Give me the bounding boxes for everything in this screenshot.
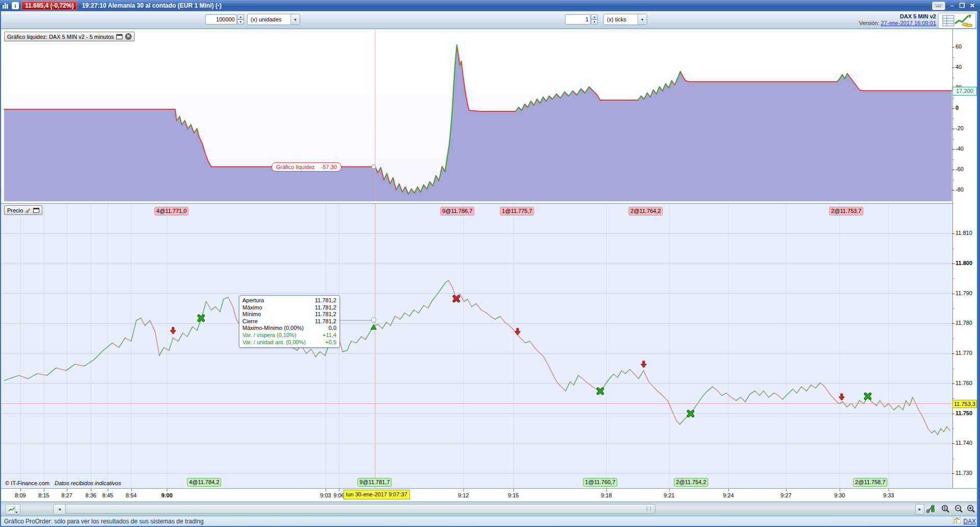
ticks-unit-value: (x) ticks — [607, 16, 626, 22]
market-chart-icon[interactable] — [953, 517, 961, 525]
time-tick — [889, 489, 889, 491]
axis-tick-label: 60 — [955, 43, 962, 50]
chevron-down-icon[interactable]: ▼ — [638, 14, 647, 25]
time-label: 9:06 — [333, 492, 344, 498]
window-icon[interactable] — [33, 208, 39, 213]
axis-tick-label: -40 — [955, 146, 964, 152]
time-tick — [606, 489, 607, 491]
time-label: 9:00 — [161, 492, 173, 498]
sell-order-label: 2@11.764,2 — [628, 207, 663, 215]
price-cursor-value: 11.753,3 — [952, 400, 977, 408]
trade-marker-arrow-down-red — [641, 361, 647, 368]
close-button[interactable]: ✕ — [969, 2, 976, 9]
axis-minor-tick — [952, 78, 954, 78]
trading-systems-icon[interactable] — [938, 13, 976, 29]
price-tooltip: Apertura11.781,2Máximo11.781,2Mínimo11.7… — [239, 295, 340, 348]
time-tick — [786, 489, 787, 491]
market-link[interactable]: DAX — [963, 518, 976, 525]
trade-marker-cross-green — [199, 316, 204, 321]
price-chart-header: Precio — [4, 205, 42, 215]
window-border-left — [0, 11, 1, 526]
tooltip-row-label: Máximo-Mínimo (0,00%) — [242, 325, 304, 332]
scroll-right-button[interactable]: ► — [915, 504, 924, 515]
window-icon[interactable] — [116, 34, 122, 39]
zoom-drag-icon[interactable] — [939, 504, 951, 515]
axis-minor-tick — [952, 98, 954, 99]
ticks-input[interactable] — [565, 14, 591, 25]
sell-order-label: 9@11.786,7 — [440, 207, 474, 215]
tooltip-row-value: 11.781,2 — [315, 318, 336, 325]
axis-tick-label: -60 — [955, 166, 964, 172]
axis-minor-tick — [952, 308, 954, 309]
time-label: 9:24 — [723, 492, 733, 498]
time-tick — [108, 489, 108, 491]
time-tick — [67, 489, 67, 491]
wrench-icon[interactable] — [26, 208, 31, 213]
window-title: 19:27:10 Alemania 30 al contado (EUR 1 M… — [82, 2, 222, 9]
time-axis[interactable]: lun 30-ene-2017 9:07:37 8:098:158:278:36… — [0, 488, 977, 501]
sell-order-label: 1@11.775,7 — [500, 207, 534, 215]
price-chart-title: Precio — [7, 207, 23, 213]
zoom-out-icon[interactable] — [952, 504, 965, 515]
quantity-unit-value: (x) unidades — [251, 16, 282, 22]
version-date-link[interactable]: 27-ene-2017 16:09:01 — [881, 20, 936, 26]
tooltip-row: Mínimo11.781,2 — [242, 311, 336, 318]
scroll-left-button[interactable]: ◄ — [53, 504, 66, 515]
window-controls: – ❐ ✕ — [932, 2, 978, 10]
chart-settings-icon[interactable] — [925, 504, 937, 515]
time-label: 9:30 — [834, 492, 845, 498]
quantity-input[interactable] — [205, 14, 237, 25]
system-name: DAX 5 MIN v2 — [859, 13, 936, 20]
time-label: 9:21 — [664, 492, 674, 498]
buy-order-label: 4@11.784,2 — [187, 478, 221, 487]
chevron-down-icon[interactable]: ▼ — [290, 14, 300, 25]
axis-minor-tick — [952, 398, 954, 399]
time-tick — [91, 489, 91, 491]
liquidity-cursor-value: -57,30 — [321, 164, 337, 170]
tooltip-row-label: Var. / víspera (0,10%) — [242, 332, 297, 339]
tooltip-row-value: +0,5 — [325, 339, 336, 346]
minimize-button[interactable]: – — [948, 2, 955, 9]
time-label: 9:27 — [780, 492, 791, 498]
axis-tick-label: 0 — [955, 105, 959, 111]
ticks-stepper[interactable]: ▲▼ — [591, 14, 598, 25]
chart-edit-icon[interactable] — [5, 504, 20, 515]
axis-tick-label: 11.760 — [955, 380, 972, 386]
buy-order-label: 2@11.754,2 — [674, 478, 708, 487]
chart-scrollbar-row: ◄ ► — [0, 501, 977, 516]
trade-marker-cross-green — [598, 389, 603, 394]
close-icon[interactable]: ✕ — [125, 33, 132, 40]
info-icon[interactable]: i — [12, 2, 19, 9]
time-tick — [167, 489, 167, 491]
axis-tick-label: 11.810 — [955, 230, 972, 236]
tooltip-row: Var. / unidad ant. (0,00%)+0,5 — [242, 339, 336, 346]
axis-minor-tick — [952, 339, 954, 339]
liquidity-cursor-label: Gráfico liquidez -57,30 — [272, 162, 341, 172]
tooltip-row-label: Mínimo — [242, 311, 261, 318]
axis-minor-tick — [952, 159, 954, 160]
tooltip-row-label: Var. / unidad ant. (0,00%) — [242, 339, 306, 346]
chart-toolbar: ▲▼ (x) unidades ▼ ▲▼ (x) ticks ▼ DAX 5 M… — [0, 11, 980, 29]
time-label: 9:12 — [458, 492, 469, 498]
tooltip-row: Cierre11.781,2 — [242, 318, 336, 325]
value-axis[interactable] — [952, 29, 977, 488]
tooltip-row: Apertura11.781,2 — [242, 297, 336, 304]
chart-app-icon — [2, 2, 9, 10]
window-titlebar: i 11.685,4 (-0,72%) 19:27:10 Alemania 30… — [0, 0, 980, 11]
scrollbar-thumb[interactable] — [65, 504, 655, 514]
axis-tick-label: 40 — [955, 64, 962, 70]
status-bar: Gráfico ProOrder: sólo para ver los resu… — [0, 516, 980, 526]
copyright-text: © IT-Finance.com — [5, 480, 50, 486]
ticks-unit-select[interactable]: (x) ticks ▼ — [603, 14, 647, 25]
quantity-unit-select[interactable]: (x) unidades ▼ — [247, 14, 300, 25]
time-label: 8:36 — [85, 492, 96, 498]
axis-tick-label: 11.770 — [955, 350, 972, 356]
restore-button[interactable]: ❐ — [959, 2, 966, 9]
axis-minor-tick — [952, 57, 954, 58]
buy-order-label: 2@11.758,7 — [853, 478, 887, 487]
zoom-in-icon[interactable] — [965, 504, 977, 515]
price-change-badge: 11.685,4 (-0,72%) — [21, 1, 77, 10]
axis-minor-tick — [952, 369, 954, 369]
quantity-stepper[interactable]: ▲▼ — [237, 14, 244, 25]
keyboard-icon[interactable] — [932, 2, 945, 10]
